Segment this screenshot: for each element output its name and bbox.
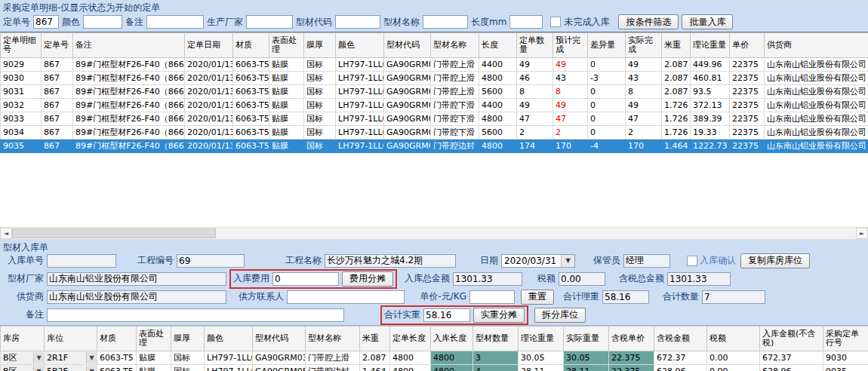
color-input[interactable]	[83, 15, 122, 29]
table-cell[interactable]: 6063-T5	[233, 72, 269, 85]
fee-allocate-button[interactable]: 费用分摊	[342, 271, 393, 287]
table-cell[interactable]: 89#门框型材F26-F40（866+867）	[73, 85, 185, 99]
table-cell[interactable]: 22375	[730, 72, 765, 85]
table-cell[interactable]: 2020/01/13	[185, 72, 233, 85]
manufacturer-input[interactable]	[246, 15, 293, 29]
project-no-field[interactable]	[177, 254, 245, 268]
column-header[interactable]: 定单号	[42, 33, 73, 58]
qty-total-field[interactable]	[702, 290, 765, 304]
table-cell[interactable]: LH797-1LL0	[205, 351, 253, 365]
column-header[interactable]: 膜厚	[171, 327, 205, 351]
table-cell[interactable]: 0	[588, 58, 626, 72]
table-cell[interactable]: 89#门框型材F26-F40（866+867）	[73, 72, 185, 85]
table-cell[interactable]: 9029	[1, 58, 42, 72]
scroll-thumb[interactable]	[12, 228, 216, 238]
length-input[interactable]	[509, 15, 543, 29]
column-header[interactable]: 型材名称	[306, 327, 360, 351]
table-row[interactable]: 903286789#门框型材F26-F40（866+867）2020/01/13…	[1, 99, 868, 112]
project-name-field[interactable]	[325, 254, 456, 268]
column-header[interactable]: 型材名称	[431, 33, 479, 58]
table-cell[interactable]: GA90GRM04	[384, 126, 431, 140]
table-cell[interactable]: GA90GRM03	[253, 351, 306, 365]
tax-total-field[interactable]	[667, 272, 731, 286]
table-cell[interactable]: 170	[553, 140, 588, 153]
table-cell[interactable]: 46	[517, 72, 553, 85]
table-cell[interactable]: 门带腔下滑	[431, 112, 479, 126]
remark-input[interactable]	[146, 15, 204, 29]
filter-button[interactable]: 按条件筛选	[618, 14, 679, 29]
order-no-input[interactable]	[33, 15, 59, 29]
table-cell[interactable]: 2020/01/13	[185, 85, 233, 99]
table-cell[interactable]: 贴膜	[269, 85, 304, 99]
table-cell[interactable]: 2020/01/13	[185, 99, 233, 112]
table-cell[interactable]: 2020/01/13	[185, 112, 233, 126]
table-cell[interactable]: 贴膜	[269, 99, 304, 112]
actual-total-field[interactable]	[423, 308, 470, 322]
table-cell[interactable]: 22375	[730, 58, 765, 72]
column-header[interactable]: 含税单价	[609, 327, 654, 351]
date-picker[interactable]: 2020/03/31 ▼	[501, 254, 575, 268]
supplier-field[interactable]	[47, 290, 226, 304]
table-cell[interactable]: 89#门框型材F26-F40（866+867）	[73, 140, 185, 153]
table-row[interactable]: 903386789#门框型材F26-F40（866+867）2020/01/13…	[1, 112, 868, 126]
column-header[interactable]: 差异量	[588, 33, 626, 58]
table-cell[interactable]: 4800	[479, 140, 517, 153]
table-cell[interactable]: B区▼	[1, 351, 45, 365]
table-cell[interactable]: 867	[42, 58, 73, 72]
table-cell[interactable]: 山东南山铝业股份有限公司	[765, 58, 868, 72]
table-cell[interactable]: 贴膜	[269, 58, 304, 72]
table-cell[interactable]: 672.37	[760, 351, 823, 365]
table-cell[interactable]: 9034	[1, 126, 42, 140]
table-cell[interactable]: 49	[517, 58, 553, 72]
dropdown-arrow-icon[interactable]: ▼	[86, 366, 97, 371]
table-cell[interactable]: 2R1F▼	[45, 351, 97, 365]
table-cell[interactable]: 1222.73	[691, 140, 730, 153]
scroll-track[interactable]	[216, 228, 856, 239]
column-header[interactable]: 理论重量	[691, 33, 730, 58]
table-row[interactable]: 902986789#门框型材F26-F40（866+867）2020/01/13…	[1, 58, 868, 72]
table-cell[interactable]: 4800	[479, 112, 517, 126]
table-cell[interactable]: 47	[626, 112, 662, 126]
table-cell[interactable]: 门带腔下滑	[431, 99, 479, 112]
table-cell[interactable]: 国标	[304, 58, 336, 72]
table-cell[interactable]: 1.726	[662, 126, 691, 140]
table-cell[interactable]: 49	[553, 99, 588, 112]
table-cell[interactable]: 门带腔上滑	[431, 58, 479, 72]
column-header[interactable]: 供货商	[765, 33, 868, 58]
table-cell[interactable]: 4	[473, 365, 519, 371]
table-cell[interactable]: 4800	[390, 351, 431, 365]
column-header[interactable]: 颜色	[205, 327, 253, 351]
table-cell[interactable]: 贴膜	[137, 365, 171, 371]
unit-price-field[interactable]	[469, 290, 515, 304]
table-cell[interactable]: 89#门框型材F26-F40（866+867）	[73, 126, 185, 140]
reset-button[interactable]: 重置	[521, 290, 554, 305]
table-cell[interactable]: 22375	[730, 99, 765, 112]
column-header[interactable]: 型材代码	[253, 327, 306, 351]
table-cell[interactable]: 28.11	[519, 365, 564, 371]
table-cell[interactable]: LH797-1LL0	[336, 85, 384, 99]
column-header[interactable]: 含税金额	[654, 327, 707, 351]
table-row[interactable]: 903486789#门框型材F26-F40（866+867）2020/01/13…	[1, 126, 868, 140]
table-cell[interactable]: 22375	[730, 126, 765, 140]
table-cell[interactable]: 30.05	[519, 351, 564, 365]
table-cell[interactable]: 5B2F▼	[45, 365, 97, 371]
table-cell[interactable]: GA90GRM03	[384, 72, 431, 85]
table-cell[interactable]: 6063-T5	[97, 351, 137, 365]
table-cell[interactable]: 89#门框型材F26-F40（866+867）	[73, 99, 185, 112]
table-cell[interactable]: GA90GRM04	[384, 99, 431, 112]
table-cell[interactable]: 山东南山铝业股份有限公司	[765, 112, 868, 126]
table-cell[interactable]: 22375	[730, 140, 765, 153]
table-cell[interactable]: 山东南山铝业股份有限公司	[765, 140, 868, 153]
table-row[interactable]: B区▼5B2F▼6063-T5贴膜国标LH797-1LL0GA90GRM05门带…	[1, 365, 868, 371]
table-cell[interactable]: 49	[626, 58, 662, 72]
table-cell[interactable]: GA90GRM05	[253, 365, 306, 371]
table-cell[interactable]: 贴膜	[269, 112, 304, 126]
table-cell[interactable]: 山东南山铝业股份有限公司	[765, 85, 868, 99]
table-cell[interactable]: 9033	[1, 112, 42, 126]
table-cell[interactable]: 174	[517, 140, 553, 153]
table-cell[interactable]: 国标	[304, 126, 336, 140]
table-cell[interactable]: 9030	[1, 72, 42, 85]
table-cell[interactable]: 6063-T5	[233, 99, 269, 112]
table-cell[interactable]: 2.087	[662, 72, 691, 85]
table-cell[interactable]: 22.375	[609, 365, 654, 371]
